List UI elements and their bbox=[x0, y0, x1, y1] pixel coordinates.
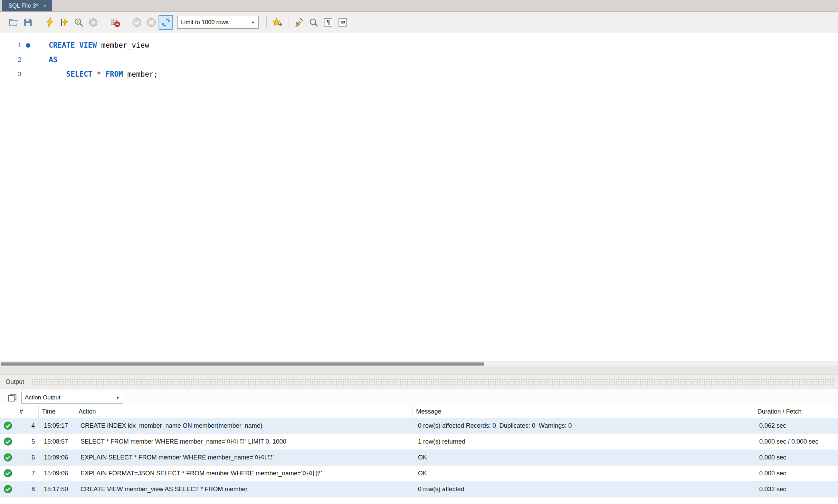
row-action: SELECT * FROM member WHERE member_name='… bbox=[75, 434, 412, 449]
row-number: 6 bbox=[16, 449, 38, 465]
output-panel-header: Output bbox=[0, 374, 838, 389]
col-message: Message bbox=[412, 406, 754, 418]
copy-output-icon bbox=[7, 392, 17, 403]
execute-statement-button[interactable] bbox=[57, 15, 72, 30]
output-selector-row: Action Output ▼ bbox=[0, 389, 838, 406]
toggle-stop-on-error-button[interactable] bbox=[108, 15, 122, 30]
open-file-icon bbox=[8, 17, 19, 28]
row-time: 15:09:06 bbox=[38, 465, 75, 481]
sql-editor-area[interactable]: 1CREATE VIEW member_view2AS3 SELECT * FR… bbox=[0, 33, 838, 361]
sql-editor-toolbar: Limit to 1000 rows ▼ ¶ bbox=[0, 12, 838, 33]
tab-close-icon[interactable]: × bbox=[43, 3, 47, 9]
action-output-table: # Time Action Message Duration / Fetch 4… bbox=[0, 406, 838, 497]
status-ok-icon bbox=[0, 434, 16, 449]
tab-sql-file[interactable]: SQL File 3* × bbox=[2, 0, 52, 11]
toggle-invisibles-button[interactable]: ¶ bbox=[321, 15, 335, 30]
mysql-workbench-window: SQL File 3* × bbox=[0, 0, 838, 504]
beautify-sql-button[interactable] bbox=[292, 15, 306, 30]
limit-rows-value: Limit to 1000 rows bbox=[181, 19, 229, 26]
rollback-button[interactable] bbox=[144, 15, 159, 30]
toggle-wrap-icon bbox=[337, 17, 348, 28]
toggle-wrap-button[interactable] bbox=[335, 15, 350, 30]
toggle-autocommit-button[interactable] bbox=[159, 15, 173, 30]
code-line[interactable]: 1CREATE VIEW member_view bbox=[0, 38, 838, 52]
status-ok-icon bbox=[0, 449, 16, 465]
row-number: 8 bbox=[16, 481, 38, 497]
bottom-filler bbox=[0, 497, 838, 504]
row-time: 15:09:06 bbox=[38, 449, 75, 465]
row-duration: 0.000 sec bbox=[754, 465, 838, 481]
editor-horizontal-scrollbar[interactable] bbox=[0, 361, 838, 367]
table-row[interactable]: 515:08:57SELECT * FROM member WHERE memb… bbox=[0, 434, 838, 449]
toolbar-separator bbox=[266, 17, 267, 28]
status-ok-icon bbox=[0, 465, 16, 481]
execute-script-button[interactable] bbox=[42, 15, 57, 30]
code-text: SELECT * FROM member; bbox=[31, 70, 158, 78]
row-message: 0 row(s) affected Records: 0 Duplicates:… bbox=[412, 418, 754, 434]
output-panel-title: Output bbox=[0, 375, 29, 389]
row-duration: 0.000 sec bbox=[754, 449, 838, 465]
status-ok-icon bbox=[0, 481, 16, 497]
find-icon bbox=[308, 17, 319, 28]
code-text: AS bbox=[31, 56, 57, 64]
table-row[interactable]: 715:09:06EXPLAIN FORMAT=JSON SELECT * FR… bbox=[0, 465, 838, 481]
row-duration: 0.062 sec bbox=[754, 418, 838, 434]
explain-icon bbox=[74, 17, 84, 28]
toggle-autocommit-icon bbox=[161, 17, 171, 28]
dropdown-arrow-icon: ▼ bbox=[113, 392, 123, 403]
table-row[interactable]: 415:05:17CREATE INDEX idx_member_name ON… bbox=[0, 418, 838, 434]
code-line[interactable]: 3 SELECT * FROM member; bbox=[0, 67, 838, 81]
limit-rows-dropdown[interactable]: Limit to 1000 rows ▼ bbox=[177, 16, 259, 29]
status-ok-icon bbox=[0, 418, 16, 434]
output-type-value: Action Output bbox=[22, 394, 113, 401]
editor-tab-bar: SQL File 3* × bbox=[0, 0, 838, 12]
toolbar-separator bbox=[126, 17, 126, 28]
row-time: 15:08:57 bbox=[38, 434, 75, 449]
line-number: 2 bbox=[0, 56, 21, 64]
commit-button[interactable] bbox=[130, 15, 144, 30]
save-button[interactable] bbox=[21, 15, 35, 30]
table-row[interactable]: 615:09:06EXPLAIN SELECT * FROM member WH… bbox=[0, 449, 838, 465]
dropdown-arrow-icon: ▼ bbox=[251, 20, 255, 25]
explain-statement-button[interactable] bbox=[72, 15, 86, 30]
stop-query-button[interactable] bbox=[86, 15, 101, 30]
code-line[interactable]: 2AS bbox=[0, 52, 838, 67]
panel-splitter[interactable] bbox=[0, 367, 838, 374]
svg-text:¶: ¶ bbox=[326, 19, 330, 26]
row-action: CREATE INDEX idx_member_name ON member(m… bbox=[75, 418, 412, 434]
commit-icon bbox=[132, 17, 142, 28]
line-number: 3 bbox=[0, 70, 21, 78]
tab-title: SQL File 3* bbox=[8, 2, 38, 9]
output-form-button[interactable] bbox=[7, 392, 17, 403]
beautify-icon bbox=[294, 17, 304, 28]
table-row[interactable]: 815:17:50CREATE VIEW member_view AS SELE… bbox=[0, 481, 838, 497]
action-output-body: 415:05:17CREATE INDEX idx_member_name ON… bbox=[0, 418, 838, 497]
output-type-dropdown[interactable]: Action Output ▼ bbox=[21, 392, 123, 404]
save-icon bbox=[23, 17, 33, 28]
row-message: 1 row(s) returned bbox=[412, 434, 754, 449]
row-message: OK bbox=[412, 449, 754, 465]
save-snippet-button[interactable] bbox=[270, 15, 285, 30]
row-time: 15:05:17 bbox=[38, 418, 75, 434]
execute-script-icon bbox=[45, 17, 55, 28]
open-file-button[interactable] bbox=[6, 15, 21, 30]
row-number: 5 bbox=[16, 434, 38, 449]
row-message: 0 row(s) affected bbox=[412, 481, 754, 497]
row-action: CREATE VIEW member_view AS SELECT * FROM… bbox=[75, 481, 412, 497]
col-action: Action bbox=[75, 406, 412, 418]
row-action: EXPLAIN SELECT * FROM member WHERE membe… bbox=[75, 449, 412, 465]
rollback-icon bbox=[146, 17, 156, 28]
line-number: 1 bbox=[0, 41, 21, 49]
toolbar-separator bbox=[288, 17, 288, 28]
row-number: 4 bbox=[16, 418, 38, 434]
row-action: EXPLAIN FORMAT=JSON SELECT * FROM member… bbox=[75, 465, 412, 481]
execute-statement-icon bbox=[59, 17, 69, 28]
scrollbar-thumb[interactable] bbox=[1, 362, 484, 366]
statement-marker-icon bbox=[25, 43, 31, 48]
table-header-row: # Time Action Message Duration / Fetch bbox=[0, 406, 838, 418]
code-lines: 1CREATE VIEW member_view2AS3 SELECT * FR… bbox=[0, 38, 838, 81]
find-button[interactable] bbox=[306, 15, 321, 30]
col-number: # bbox=[16, 406, 38, 418]
row-duration: 0.000 sec / 0.000 sec bbox=[754, 434, 838, 449]
row-duration: 0.032 sec bbox=[754, 481, 838, 497]
